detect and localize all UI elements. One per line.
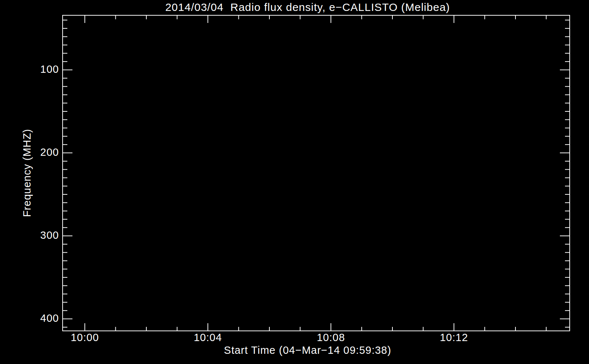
- x-tick-label-1012: 10:12: [423, 332, 485, 344]
- x-tick-label-1000: 10:00: [54, 332, 116, 344]
- plot-frame-and-ticks: [0, 0, 589, 364]
- x-tick-label-1008: 10:08: [300, 332, 362, 344]
- x-tick-label-1004: 10:04: [177, 332, 239, 344]
- x-axis-title: Start Time (04−Mar−14 09:59:38): [126, 344, 490, 356]
- spectrogram-plot: 2014/03/04 Radio flux density, e−CALLIST…: [0, 0, 589, 364]
